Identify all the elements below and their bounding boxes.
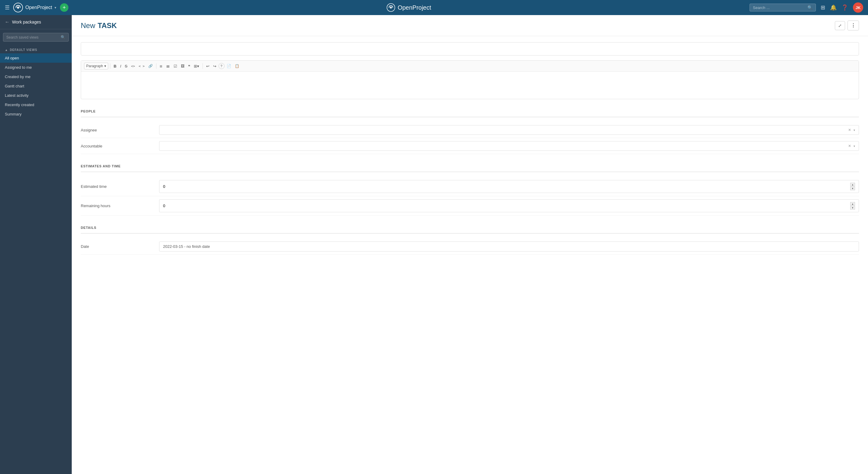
accountable-clear-icon[interactable]: ✕ [848,144,851,148]
ordered-list-button[interactable]: ≣ [164,62,172,70]
remaining-hours-field-row: Remaining hours ▲ ▼ [81,196,859,215]
global-search-input[interactable] [753,5,805,10]
sidebar-item-latest-activity[interactable]: Latest activity [0,91,72,100]
sidebar-item-created-by-me[interactable]: Created by me [0,72,72,81]
estimated-time-input-wrapper: ▲ ▼ [159,180,859,193]
help-icon[interactable]: ❓ [841,4,848,11]
people-section-title: PEOPLE [81,107,859,117]
expand-icon: ⤢ [838,23,842,28]
date-input[interactable]: 2022-03-15 - no finish date [159,241,859,251]
remaining-hours-increment[interactable]: ▲ [850,202,855,206]
sidebar: ← Work packages 🔍 ▲ DEFAULT VIEWS All op… [0,15,72,474]
global-search-box[interactable]: 🔍 [749,4,816,11]
page-title-task: TASK [98,22,117,30]
page-header: New TASK ⤢ ⋮ [72,15,868,36]
accountable-label: Accountable [81,144,153,148]
assignee-dropdown-icon[interactable]: ▾ [854,128,855,132]
bell-icon[interactable]: 🔔 [830,4,837,11]
assignee-clear-icon[interactable]: ✕ [848,128,851,132]
bullet-list-button[interactable]: ≡ [158,63,164,70]
sidebar-item-all-open[interactable]: All open [0,53,72,63]
more-options-button[interactable]: ⋮ [847,21,859,30]
main-content: New TASK ⤢ ⋮ Paragraph ▾ [72,15,868,474]
task-title-input[interactable] [81,42,859,56]
search-icon: 🔍 [807,5,812,10]
task-list-button[interactable]: ☑ [172,63,179,69]
more-icon: ⋮ [851,23,856,28]
assignee-label: Assignee [81,128,153,132]
bold-button[interactable]: B [112,63,118,69]
date-control: 2022-03-15 - no finish date [159,241,859,251]
people-section: PEOPLE Assignee ✕ ▾ Accoun [81,107,859,154]
strikethrough-button[interactable]: S [123,63,129,69]
help-button[interactable]: ? [218,63,224,69]
accountable-dropdown-icon[interactable]: ▾ [854,144,855,148]
estimated-time-increment[interactable]: ▲ [850,183,855,186]
code-block-button[interactable]: < > [137,63,146,69]
assignee-control: ✕ ▾ [159,125,859,135]
remaining-hours-spinners: ▲ ▼ [850,202,855,210]
paragraph-style-select[interactable]: Paragraph ▾ [84,63,108,69]
add-new-button[interactable]: + [60,3,68,12]
header-actions: ⤢ ⋮ [835,21,859,30]
toolbar-separator-2 [156,63,156,69]
toolbar-separator-1 [110,63,110,69]
macro1-button[interactable]: 📄 [225,63,233,69]
accountable-field-row: Accountable ✕ ▾ [81,138,859,154]
sidebar-collapse-icon[interactable]: ▲ [5,48,8,52]
sidebar-search-input[interactable] [6,35,58,39]
page-title: New TASK [81,22,117,30]
accountable-select[interactable]: ✕ ▾ [159,141,859,151]
italic-button[interactable]: I [119,63,123,69]
estimated-time-input[interactable] [163,184,850,189]
sidebar-back-icon[interactable]: ← [5,19,10,25]
remaining-hours-input[interactable] [163,204,850,208]
sidebar-item-summary[interactable]: Summary [0,110,72,119]
estimates-section: ESTIMATES AND TIME Estimated time ▲ ▼ [81,161,859,215]
form-area: Paragraph ▾ B I S <> < > 🔗 ≡ ≣ ☑ 🖼 ❝ [72,36,868,474]
undo-button[interactable]: ↩ [205,63,211,69]
grid-icon[interactable]: ⊞ [821,4,825,11]
openproject-logo-icon [13,3,23,12]
svg-point-3 [390,7,392,8]
brand-label: OpenProject [25,5,52,10]
table-button[interactable]: ⊞▾ [192,63,201,69]
editor-body[interactable] [81,72,859,99]
inline-code-button[interactable]: <> [130,63,136,69]
sidebar-item-assigned-to-me[interactable]: Assigned to me [0,63,72,72]
navbar-center-logo: OpenProject [387,3,431,12]
date-field-row: Date 2022-03-15 - no finish date [81,238,859,255]
editor-toolbar: Paragraph ▾ B I S <> < > 🔗 ≡ ≣ ☑ 🖼 ❝ [81,61,859,72]
estimates-section-title: ESTIMATES AND TIME [81,161,859,172]
link-button[interactable]: 🔗 [147,63,154,69]
page-title-new: New [81,22,95,30]
accountable-control: ✕ ▾ [159,141,859,151]
sidebar-title: Work packages [12,20,41,24]
sidebar-item-recently-created[interactable]: Recently created [0,100,72,110]
remaining-hours-control: ▲ ▼ [159,199,859,212]
details-section-title: DETAILS [81,223,859,234]
avatar[interactable]: JK [853,2,863,13]
assignee-field-row: Assignee ✕ ▾ [81,122,859,138]
estimated-time-control: ▲ ▼ [159,180,859,193]
description-editor: Paragraph ▾ B I S <> < > 🔗 ≡ ≣ ☑ 🖼 ❝ [81,60,859,99]
image-button[interactable]: 🖼 [179,63,186,69]
hamburger-menu-icon[interactable]: ☰ [5,4,10,11]
paragraph-dropdown-icon: ▾ [104,64,106,68]
assignee-select[interactable]: ✕ ▾ [159,125,859,135]
blockquote-button[interactable]: ❝ [187,63,192,69]
expand-button[interactable]: ⤢ [835,21,845,30]
sidebar-section-label: ▲ DEFAULT VIEWS [0,45,72,53]
estimated-time-decrement[interactable]: ▼ [850,187,855,190]
toolbar-separator-3 [203,63,203,69]
sidebar-item-gantt-chart[interactable]: Gantt chart [0,81,72,91]
date-label: Date [81,244,153,249]
svg-point-1 [17,6,19,8]
estimated-time-label: Estimated time [81,184,153,189]
macro2-button[interactable]: 📋 [233,63,241,69]
remaining-hours-decrement[interactable]: ▼ [850,206,855,210]
center-brand-label: OpenProject [398,4,431,11]
brand-name[interactable]: OpenProject ▾ [13,3,56,12]
redo-button[interactable]: ↪ [212,63,218,69]
sidebar-search-box[interactable]: 🔍 [3,33,69,41]
